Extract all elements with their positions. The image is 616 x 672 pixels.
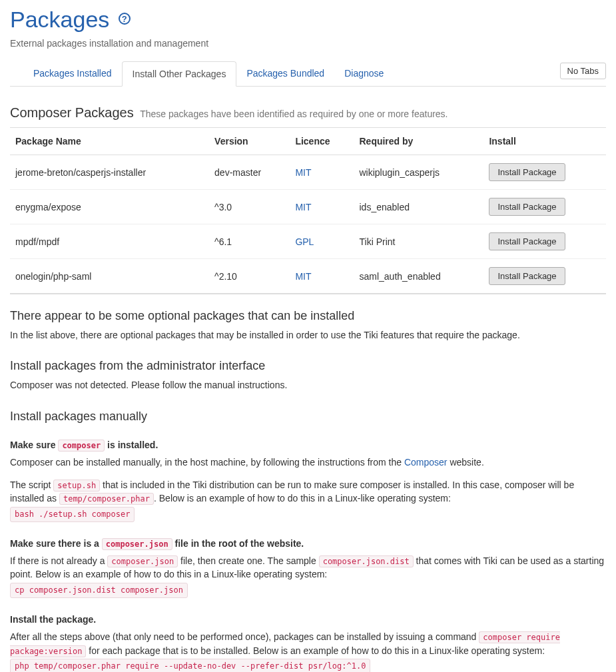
cell-version: ^6.1 bbox=[209, 224, 290, 259]
cmd-cp: cp composer.json.dist composer.json bbox=[10, 583, 188, 598]
optional-heading: There appear to be some optional package… bbox=[10, 309, 606, 323]
table-row: jerome-breton/casperjs-installer dev-mas… bbox=[10, 155, 606, 190]
tabs-row: Packages Installed Install Other Package… bbox=[10, 61, 606, 87]
step2-p: If there is not already a composer.json … bbox=[10, 554, 606, 598]
cell-required-by: saml_auth_enabled bbox=[354, 259, 483, 294]
step1-p1: Composer can be installed manually, in t… bbox=[10, 456, 606, 469]
tab-diagnose[interactable]: Diagnose bbox=[334, 61, 394, 87]
licence-link[interactable]: MIT bbox=[295, 271, 311, 282]
install-package-button[interactable]: Install Package bbox=[489, 267, 565, 285]
col-licence: Licence bbox=[290, 128, 354, 155]
step2-title: Make sure there is a composer.json file … bbox=[10, 538, 606, 549]
page-subtitle: External packages installation and manag… bbox=[10, 38, 606, 49]
cell-name: jerome-breton/casperjs-installer bbox=[10, 155, 209, 190]
packages-table: Package Name Version Licence Required by… bbox=[10, 128, 606, 294]
optional-body: In the list above, there are optional pa… bbox=[10, 328, 606, 342]
install-package-button[interactable]: Install Package bbox=[489, 232, 565, 250]
composer-link[interactable]: Composer bbox=[404, 457, 448, 468]
cell-name: mpdf/mpdf bbox=[10, 224, 209, 259]
code-composer-json-dist: composer.json.dist bbox=[319, 555, 414, 567]
step1-title: Make sure composer is installed. bbox=[10, 440, 606, 450]
code-composer-phar: temp/composer.phar bbox=[59, 493, 154, 505]
col-required-by: Required by bbox=[354, 128, 483, 155]
code-composer-json: composer.json bbox=[102, 538, 172, 550]
step1-p2: The script setup.sh that is included in … bbox=[10, 478, 606, 522]
admin-install-heading: Install packages from the administrator … bbox=[10, 359, 606, 373]
tab-install-other-packages[interactable]: Install Other Packages bbox=[122, 61, 237, 87]
cell-version: ^2.10 bbox=[209, 259, 290, 294]
install-package-button[interactable]: Install Package bbox=[489, 198, 565, 216]
cell-required-by: Tiki Print bbox=[354, 224, 483, 259]
cell-name: enygma/expose bbox=[10, 190, 209, 224]
admin-install-body: Composer was not detected. Please follow… bbox=[10, 378, 606, 392]
table-row: mpdf/mpdf ^6.1 GPL Tiki Print Install Pa… bbox=[10, 224, 606, 259]
code-setup-sh: setup.sh bbox=[53, 480, 100, 492]
step3-p: After all the steps above (that only nee… bbox=[10, 630, 606, 672]
tabs: Packages Installed Install Other Package… bbox=[10, 61, 394, 86]
tab-packages-bundled[interactable]: Packages Bundled bbox=[236, 61, 334, 87]
composer-heading: Composer Packages These packages have be… bbox=[10, 105, 606, 121]
cell-required-by: ids_enabled bbox=[354, 190, 483, 224]
cmd-require: php temp/composer.phar require --update-… bbox=[10, 659, 370, 672]
no-tabs-button[interactable]: No Tabs bbox=[560, 63, 606, 79]
cell-required-by: wikiplugin_casperjs bbox=[354, 155, 483, 190]
page-title-text: Packages bbox=[10, 7, 109, 32]
cell-version: ^3.0 bbox=[209, 190, 290, 224]
cmd-setup: bash ./setup.sh composer bbox=[10, 507, 135, 522]
code-composer-json2: composer.json bbox=[107, 555, 178, 567]
help-icon[interactable]: ? bbox=[119, 13, 131, 25]
col-package-name: Package Name bbox=[10, 128, 209, 155]
step3-title: Install the package. bbox=[10, 614, 606, 625]
table-row: enygma/expose ^3.0 MIT ids_enabled Insta… bbox=[10, 190, 606, 224]
cell-name: onelogin/php-saml bbox=[10, 259, 209, 294]
table-row: onelogin/php-saml ^2.10 MIT saml_auth_en… bbox=[10, 259, 606, 294]
composer-heading-sub: These packages have been identified as r… bbox=[140, 109, 448, 119]
install-package-button[interactable]: Install Package bbox=[489, 163, 565, 181]
licence-link[interactable]: MIT bbox=[295, 167, 311, 178]
col-install: Install bbox=[483, 128, 606, 155]
licence-link[interactable]: MIT bbox=[295, 202, 311, 212]
composer-heading-text: Composer Packages bbox=[10, 105, 134, 120]
col-version: Version bbox=[209, 128, 290, 155]
page-title: Packages ? bbox=[10, 7, 606, 33]
tab-packages-installed[interactable]: Packages Installed bbox=[23, 61, 122, 87]
manual-heading: Install packages manually bbox=[10, 410, 606, 424]
cell-version: dev-master bbox=[209, 155, 290, 190]
licence-link[interactable]: GPL bbox=[295, 236, 314, 247]
code-composer: composer bbox=[58, 440, 105, 452]
